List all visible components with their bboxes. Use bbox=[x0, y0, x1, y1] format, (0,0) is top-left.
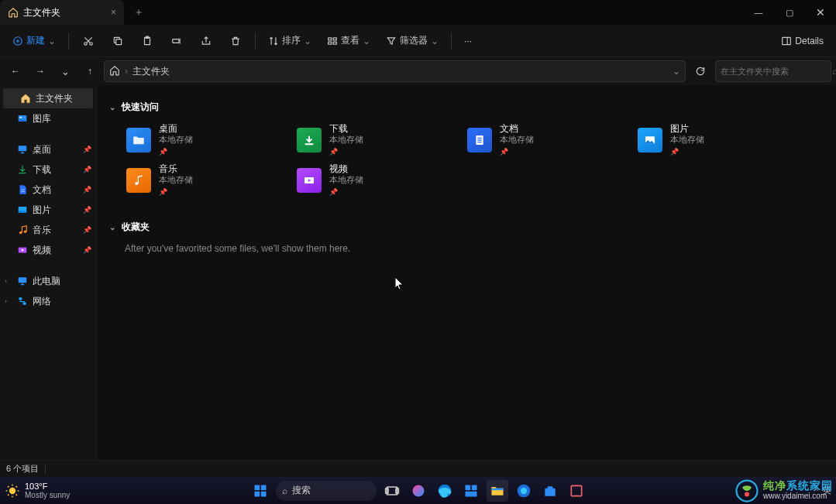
sidebar-item-label: 桌面 bbox=[33, 143, 51, 156]
sidebar-item-gallery[interactable]: 图库 bbox=[0, 108, 96, 129]
new-button[interactable]: 新建 ⌄ bbox=[6, 29, 62, 53]
tile-videos[interactable]: 视频本地存储📌 bbox=[295, 163, 458, 197]
sidebar-item-home[interactable]: 主文件夹 bbox=[3, 88, 93, 108]
pin-icon: 📌 bbox=[159, 187, 193, 197]
tile-pictures[interactable]: 图片本地存储📌 bbox=[636, 123, 799, 157]
pin-icon: 📌 bbox=[83, 166, 91, 173]
document-icon bbox=[17, 184, 28, 195]
search-bar[interactable]: ⌕ bbox=[715, 60, 831, 82]
copilot-button[interactable] bbox=[408, 480, 429, 502]
pictures-icon bbox=[17, 204, 28, 215]
chevron-right-icon[interactable]: › bbox=[5, 297, 12, 305]
weather-widget[interactable]: 103°F Mostly sunny bbox=[5, 482, 70, 499]
sidebar-item-thispc[interactable]: ›此电脑 bbox=[0, 271, 96, 291]
tray-lang[interactable]: 英 bbox=[823, 485, 831, 496]
back-button[interactable]: ← bbox=[5, 60, 26, 82]
sidebar-item-documents[interactable]: 文档📌 bbox=[0, 180, 96, 200]
sidebar-item-desktop[interactable]: 桌面📌 bbox=[0, 139, 96, 159]
separator bbox=[45, 464, 46, 475]
view-button[interactable]: 查看 ⌄ bbox=[321, 29, 377, 53]
svg-rect-36 bbox=[465, 485, 470, 490]
address-dropdown-icon[interactable]: ⌄ bbox=[673, 66, 680, 77]
chevron-down-icon: ⌄ bbox=[109, 223, 115, 231]
tile-name: 桌面 bbox=[159, 123, 193, 134]
download-icon bbox=[17, 164, 28, 175]
pin-icon: 📌 bbox=[83, 206, 91, 214]
separator bbox=[68, 33, 69, 50]
tile-name: 下载 bbox=[329, 123, 363, 134]
taskbar-search[interactable]: ⌕ 搜索 bbox=[276, 481, 377, 501]
chevron-right-icon[interactable]: › bbox=[5, 277, 12, 285]
edge-button[interactable] bbox=[434, 480, 456, 502]
svg-rect-9 bbox=[329, 42, 332, 44]
svg-rect-3 bbox=[116, 39, 122, 44]
delete-button[interactable] bbox=[222, 29, 249, 53]
widget-icon bbox=[463, 483, 479, 499]
weather-desc: Mostly sunny bbox=[25, 491, 70, 499]
tile-documents[interactable]: 文档本地存储📌 bbox=[466, 123, 628, 157]
tile-desktop[interactable]: 桌面本地存储📌 bbox=[125, 123, 287, 157]
close-button[interactable]: ✕ bbox=[805, 0, 836, 25]
start-button[interactable] bbox=[249, 480, 271, 502]
address-bar[interactable]: › 主文件夹 ⌄ bbox=[104, 60, 686, 82]
system-tray[interactable]: ^ 英 bbox=[814, 485, 831, 496]
sidebar-item-pictures[interactable]: 图片📌 bbox=[0, 200, 96, 220]
svg-rect-10 bbox=[333, 42, 336, 44]
details-button[interactable]: Details bbox=[775, 36, 830, 46]
widgets-button[interactable] bbox=[460, 480, 482, 502]
svg-rect-27 bbox=[254, 485, 260, 490]
explorer-button[interactable] bbox=[487, 480, 508, 502]
status-bar: 6 个项目 bbox=[0, 460, 836, 477]
new-tab-button[interactable]: ＋ bbox=[124, 5, 153, 19]
tile-music[interactable]: 音乐本地存储📌 bbox=[125, 163, 287, 197]
sidebar-item-downloads[interactable]: 下载📌 bbox=[0, 159, 96, 180]
refresh-button[interactable] bbox=[689, 60, 712, 82]
svg-point-26 bbox=[9, 487, 15, 493]
tile-name: 文档 bbox=[500, 123, 534, 134]
sidebar-item-music[interactable]: 音乐📌 bbox=[0, 220, 96, 240]
search-input[interactable] bbox=[721, 67, 827, 76]
copy-button[interactable] bbox=[105, 29, 131, 53]
pin-icon: 📌 bbox=[83, 246, 91, 254]
titlebar: 主文件夹 × ＋ — ▢ ✕ bbox=[0, 0, 836, 25]
edge2-button[interactable] bbox=[513, 480, 535, 502]
share-button[interactable] bbox=[193, 29, 219, 53]
section-quickaccess-header[interactable]: ⌄ 快速访问 bbox=[109, 101, 824, 114]
rename-button[interactable] bbox=[163, 29, 190, 53]
svg-point-41 bbox=[520, 487, 526, 493]
view-icon bbox=[327, 36, 338, 46]
cut-button[interactable] bbox=[75, 29, 101, 53]
filter-button[interactable]: 筛选器 ⌄ bbox=[380, 29, 445, 53]
tab-close-icon[interactable]: × bbox=[111, 7, 116, 18]
store-button[interactable] bbox=[539, 480, 561, 502]
snip-button[interactable] bbox=[566, 480, 587, 502]
up-button[interactable]: ↑ bbox=[79, 60, 101, 82]
tab-main[interactable]: 主文件夹 × bbox=[0, 0, 124, 25]
svg-rect-19 bbox=[19, 277, 27, 283]
svg-point-13 bbox=[20, 117, 22, 118]
network-icon bbox=[17, 296, 28, 307]
new-label: 新建 bbox=[26, 34, 45, 47]
section-title: 收藏夹 bbox=[122, 221, 150, 234]
sort-button[interactable]: 排序 ⌄ bbox=[262, 29, 318, 53]
main-content: ⌄ 快速访问 桌面本地存储📌 下载本地存储📌 文档本地存储📌 图片本地存储📌 bbox=[97, 85, 836, 477]
folder-icon bbox=[126, 128, 151, 153]
breadcrumb[interactable]: 主文件夹 bbox=[132, 65, 170, 78]
pin-icon: 📌 bbox=[500, 146, 534, 157]
tray-caret-icon[interactable]: ^ bbox=[814, 486, 818, 495]
sidebar-item-videos[interactable]: 视频📌 bbox=[0, 240, 96, 260]
minimize-button[interactable]: — bbox=[743, 0, 774, 25]
section-favorites-header[interactable]: ⌄ 收藏夹 bbox=[109, 221, 824, 234]
more-button[interactable]: ··· bbox=[458, 29, 478, 53]
sidebar-item-label: 下载 bbox=[33, 163, 51, 177]
sidebar-item-network[interactable]: ›网络 bbox=[0, 291, 96, 311]
tile-downloads[interactable]: 下载本地存储📌 bbox=[295, 123, 458, 157]
toolbar: 新建 ⌄ 排序 ⌄ 查看 ⌄ 筛选器 ⌄ ··· Details bbox=[0, 25, 836, 57]
recent-button[interactable]: ⌄ bbox=[54, 60, 76, 82]
paste-button[interactable] bbox=[134, 29, 160, 53]
maximize-button[interactable]: ▢ bbox=[774, 0, 805, 25]
tile-sub: 本地存储 bbox=[329, 134, 363, 145]
taskview-button[interactable] bbox=[381, 480, 403, 502]
details-label: Details bbox=[795, 36, 824, 46]
forward-button[interactable]: → bbox=[29, 60, 51, 82]
